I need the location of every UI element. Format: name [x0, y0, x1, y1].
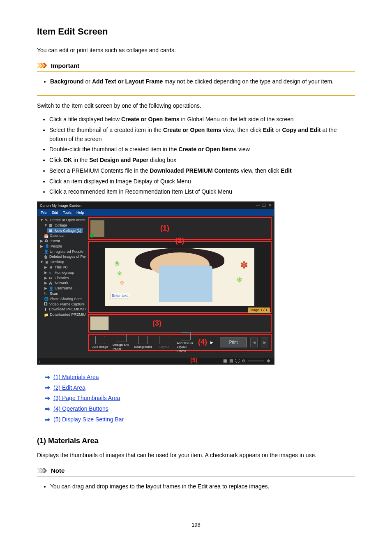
note-body: You can drag and drop images to the layo… — [37, 476, 355, 500]
page-thumbnail[interactable] — [90, 316, 109, 330]
arrow-right-icon — [45, 418, 50, 422]
edit-canvas[interactable]: ❀ ❀ ✿ ✽ ❄ Enter text. — [105, 248, 254, 306]
list-item: Click a title displayed below Create or … — [49, 115, 355, 124]
sidebar-item-thispc[interactable]: ▶🖥This PC — [40, 265, 83, 270]
section1-title: (1) Materials Area — [37, 435, 355, 447]
important-label: Important — [51, 61, 79, 70]
bold-text: Set Design and Paper — [89, 157, 148, 163]
text-placeholder[interactable]: Enter text. — [110, 293, 130, 299]
sidebar-item-homegroup[interactable]: ▶⌂Homegroup — [40, 270, 83, 275]
add-image-button[interactable]: Add Image — [91, 336, 109, 349]
zoom-slider[interactable] — [248, 361, 264, 361]
menu-tools[interactable]: Tools — [63, 210, 71, 215]
marker-2: (2) — [175, 236, 184, 245]
prev-page-button[interactable]: ◀ — [250, 338, 258, 347]
list-item: Click OK in the Set Design and Paper dia… — [49, 156, 355, 165]
layout-icon — [159, 336, 169, 344]
info-icon[interactable]: i — [39, 358, 40, 364]
sidebar-item-username[interactable]: ▶👤UserName — [40, 286, 83, 291]
event-icon: ✪ — [45, 239, 49, 243]
collage-icon: ▦ — [49, 223, 53, 227]
material-thumbnail[interactable] — [90, 220, 104, 237]
link-operation-buttons[interactable]: (4) Operation Buttons — [53, 405, 108, 414]
scan-icon: ⎙ — [44, 291, 48, 296]
link-edit-area[interactable]: (2) Edit Area — [53, 384, 85, 393]
pc-icon: 🖥 — [49, 265, 53, 269]
fit-icon[interactable]: ⛶ — [235, 358, 240, 363]
sidebar-item-calendar[interactable]: 📅Calendar — [40, 233, 83, 238]
add-image-icon — [95, 336, 105, 344]
zoom-in-icon[interactable]: ⊕ — [267, 358, 270, 363]
list-item: Select a PREMIUM Contents file in the Do… — [49, 166, 355, 176]
intro-text: You can edit or print items such as coll… — [37, 46, 355, 55]
operation-buttons-area: Add Image Design and Paper Background La… — [88, 334, 272, 351]
link-display-size[interactable]: (5) Display Size Setting Bar — [53, 415, 124, 424]
sidebar-item-collage[interactable]: ▼▦Collage — [40, 223, 83, 228]
sidebar-item-deleted[interactable]: 🗑Deleted Images of People — [40, 254, 83, 259]
sidebar-item-new-collage[interactable]: ▦New Collage (1) — [47, 228, 83, 234]
checkmark-icon — [90, 234, 94, 238]
sidebar-item-create[interactable]: ▼✎Create or Open Items — [40, 217, 83, 223]
text: view — [237, 146, 250, 153]
sidebar-item-video[interactable]: 🎞Video Frame Capture — [40, 302, 83, 307]
menu-edit[interactable]: Edit — [52, 210, 58, 215]
text: Click a title displayed below — [49, 116, 121, 123]
chevron-icon — [37, 62, 48, 68]
sidebar-item-event[interactable]: ▶✪Event — [40, 238, 83, 244]
note-item: You can drag and drop images to the layo… — [50, 482, 354, 491]
text: view, then click — [239, 167, 281, 174]
app-screenshot: Canon My Image Garden — ☐ ✕ File Edit To… — [37, 201, 274, 365]
link-page-thumbnails[interactable]: (3) Page Thumbnails Area — [53, 394, 120, 403]
text: or — [84, 78, 92, 85]
sidebar-item-unreg[interactable]: 👤Unregistered People — [40, 249, 83, 254]
bold-text: Edit — [281, 167, 291, 174]
bold-text: Add Text or Layout Frame — [92, 78, 163, 85]
view-grid-icon[interactable]: ▦ — [223, 358, 227, 363]
zoom-out-icon[interactable]: ⊖ — [242, 358, 245, 363]
user-icon: 👤 — [49, 287, 53, 291]
sidebar-item-sites[interactable]: 🌐Photo Sharing Sites — [40, 296, 83, 302]
marker-3: (3) — [152, 319, 161, 328]
bold-text: Downloaded PREMIUM Contents — [150, 167, 239, 174]
view-list-icon[interactable]: ▤ — [229, 358, 233, 363]
sidebar-item-libraries[interactable]: ▶🗂Libraries — [40, 275, 83, 281]
flower-icon: ❄ — [236, 276, 242, 285]
edit-area: (2) ❀ ❀ ✿ ✽ ❄ Enter text. Page 1 / 1 — [88, 241, 272, 313]
arrow-right-icon — [45, 396, 50, 400]
svg-marker-3 — [45, 375, 50, 379]
status-bar: i (5) ▦ ▤ ⛶ ⊖ ⊕ — [37, 358, 274, 364]
note-heading: Note — [37, 465, 355, 476]
important-body: Background or Add Text or Layout Frame m… — [37, 72, 355, 96]
text: view, then click — [221, 127, 263, 133]
design-paper-button[interactable]: Design and Paper — [113, 334, 131, 351]
text: in the — [72, 157, 89, 163]
download-icon: ⬇ — [44, 308, 47, 312]
sidebar-item-dlpd[interactable]: 📁Downloaded PREMIUM Contents — [40, 312, 83, 317]
section1-body: Displays the thumbnails of images that c… — [37, 451, 355, 460]
window-controls[interactable]: — ☐ ✕ — [256, 203, 272, 208]
sidebar-item-scan[interactable]: ⎙Scan — [40, 291, 83, 296]
design-icon — [117, 334, 127, 342]
list-item: Double-click the thumbnail of a created … — [49, 145, 355, 154]
layout-button: Layout — [155, 336, 173, 349]
link-materials-area[interactable]: (1) Materials Area — [53, 373, 99, 382]
sidebar: ▼✎Create or Open Items ▼▦Collage ▦New Co… — [37, 216, 85, 358]
homegroup-icon: ⌂ — [49, 271, 53, 275]
sidebar-item-desktop[interactable]: ▼🖥Desktop — [40, 259, 83, 265]
desktop-icon: 🖥 — [45, 260, 49, 264]
sidebar-item-dlp[interactable]: ⬇Download PREMIUM Contents — [40, 307, 83, 312]
text: may not be clicked depending on the type… — [163, 78, 334, 85]
add-text-button[interactable]: Add Text or Layout Frame — [177, 332, 195, 353]
sidebar-item-people[interactable]: ▶👤People — [40, 244, 83, 249]
bold-text: Create or Open Items — [163, 127, 221, 133]
print-button[interactable]: Print — [220, 338, 247, 347]
sidebar-item-network[interactable]: ▶🖧Network — [40, 280, 83, 286]
text: Click a recommended item in Recommendati… — [49, 188, 232, 195]
menu-help[interactable]: Help — [76, 210, 84, 215]
next-page-button[interactable]: ▶ — [261, 338, 268, 347]
menu-file[interactable]: File — [41, 210, 47, 215]
menubar: File Edit Tools Help — [37, 209, 274, 216]
background-button[interactable]: Background — [134, 336, 152, 349]
text: or — [274, 127, 282, 133]
svg-marker-7 — [45, 418, 50, 422]
